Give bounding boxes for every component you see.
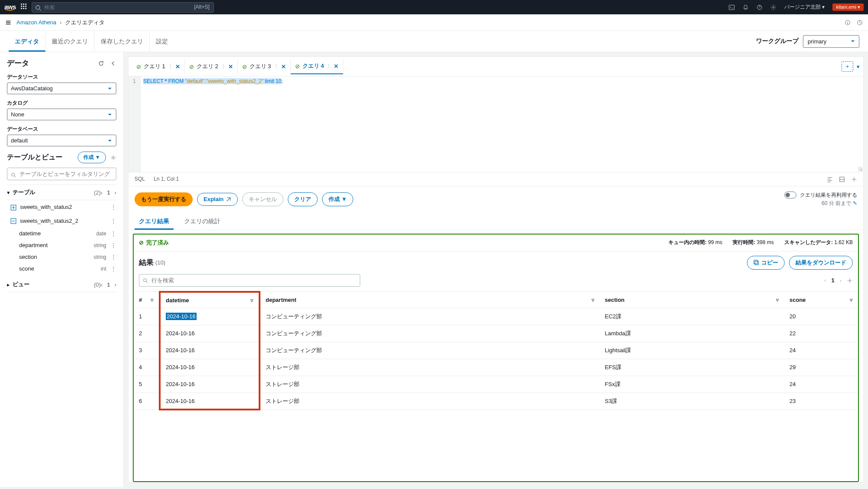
kebab-icon[interactable]: ⋮ [326, 63, 331, 69]
refresh-page-icon[interactable] [857, 19, 863, 26]
table-row[interactable]: 42024-10-16ストレージ部EFS課29 [134, 359, 858, 376]
create-table-button[interactable]: 作成 ▼ [78, 152, 106, 163]
kebab-icon[interactable]: ⋮ [111, 265, 116, 272]
kebab-icon[interactable]: ⋮ [111, 254, 116, 260]
tab-editor[interactable]: エディタ [9, 31, 46, 52]
clear-button[interactable]: クリア [288, 192, 318, 206]
cell-datetime[interactable]: 2024-10-16 [160, 342, 260, 359]
query-tab[interactable]: ⊘クエリ 2⋮✕ [185, 59, 238, 74]
prev-page-icon[interactable]: ‹ [101, 189, 102, 196]
tab-query-stats[interactable]: クエリの統計 [180, 212, 225, 230]
row-filter-input[interactable] [139, 274, 360, 287]
notifications-icon[interactable] [743, 4, 749, 11]
close-icon[interactable]: ✕ [228, 63, 233, 70]
menu-toggle-icon[interactable] [5, 19, 11, 26]
cloudshell-icon[interactable] [729, 4, 735, 11]
region-selector[interactable]: バージニア北部 ▾ [784, 3, 825, 11]
views-section-header[interactable]: ▸ ビュー (0) ‹1› [7, 277, 116, 292]
datasource-select[interactable]: AwsDataCatalog [7, 83, 116, 94]
table-row[interactable]: 32024-10-16コンピューティング部Lightsail課24 [134, 342, 858, 359]
sql-line[interactable]: SELECT * FROM "default"."sweets_with_sta… [141, 76, 286, 172]
cell-datetime[interactable]: 2024-10-16 [160, 393, 260, 410]
sort-icon[interactable]: ▿ [151, 297, 154, 303]
table-item[interactable]: sweets_with_status2_2 ⋮ [7, 214, 116, 228]
column-item[interactable]: sectionstring⋮ [7, 251, 116, 263]
sort-icon[interactable]: ▿ [850, 297, 853, 303]
column-item[interactable]: departmentstring⋮ [7, 239, 116, 251]
create-button[interactable]: 作成 ▼ [322, 192, 353, 206]
collapse-sidebar-icon[interactable] [110, 60, 116, 67]
format-icon[interactable] [827, 176, 833, 182]
tab-settings[interactable]: 設定 [150, 31, 174, 52]
edit-icon[interactable]: ✎ [853, 200, 857, 206]
col-header-index[interactable]: #▿ [134, 292, 160, 308]
database-select[interactable]: default [7, 135, 116, 146]
download-button[interactable]: 結果をダウンロード [789, 256, 853, 270]
gear-icon[interactable] [851, 176, 857, 182]
query-tab[interactable]: ⊘クエリ 3⋮✕ [238, 59, 291, 74]
settings-icon[interactable] [770, 4, 776, 11]
next-page-icon[interactable]: › [115, 281, 116, 288]
tab-recent[interactable]: 最近のクエリ [46, 31, 95, 52]
table-filter-input[interactable] [7, 168, 116, 180]
table-item[interactable]: sweets_with_status2 ⋮ [7, 200, 116, 214]
prev-page-icon[interactable]: ‹ [824, 277, 826, 284]
query-tab[interactable]: ⊘クエリ 1⋮✕ [132, 59, 185, 74]
query-tab-active[interactable]: ⊘クエリ 4⋮✕ [291, 59, 344, 74]
column-item[interactable]: datetimedate⋮ [7, 228, 116, 239]
kebab-icon[interactable]: ⋮ [221, 64, 226, 69]
explain-button[interactable]: Explain [197, 193, 238, 206]
kebab-icon[interactable]: ⋮ [111, 218, 116, 224]
copy-button[interactable]: コピー [747, 256, 785, 270]
prev-page-icon[interactable]: ‹ [101, 281, 102, 288]
global-search-input[interactable] [32, 2, 214, 13]
col-header-datetime[interactable]: datetime▿ [160, 292, 260, 308]
kebab-icon[interactable]: ⋮ [168, 64, 173, 69]
services-grid-icon[interactable] [20, 3, 27, 11]
workgroup-select[interactable]: primary [803, 35, 859, 48]
kebab-icon[interactable]: ⋮ [111, 204, 116, 210]
info-icon[interactable] [845, 19, 851, 26]
col-header-department[interactable]: department▿ [260, 292, 600, 308]
table-row[interactable]: 62024-10-16ストレージ部S3課23 [134, 393, 858, 410]
catalog-select[interactable]: None [7, 109, 116, 120]
cell-datetime[interactable]: 2024-10-16 [160, 376, 260, 393]
next-page-icon[interactable]: › [840, 277, 842, 284]
breadcrumb-service[interactable]: Amazon Athena [16, 19, 56, 26]
kebab-icon[interactable]: ⋮ [111, 230, 116, 237]
col-header-section[interactable]: section▿ [600, 292, 784, 308]
tables-section-header[interactable]: ▾ テーブル (2) ‹1› [7, 185, 116, 200]
tabs-menu-icon[interactable]: ▾ [857, 63, 860, 70]
tab-saved[interactable]: 保存したクエリ [95, 31, 150, 52]
add-tab-button[interactable]: ＋ [842, 61, 853, 72]
expand-icon[interactable]: ▸ [7, 281, 10, 288]
sql-editor[interactable]: 1 SELECT * FROM "default"."sweets_with_s… [128, 76, 863, 172]
kebab-icon[interactable]: ⋮ [274, 64, 279, 69]
sort-icon[interactable]: ▿ [776, 297, 779, 303]
user-menu[interactable]: kitani.emi ▾ [832, 3, 864, 11]
table-row[interactable]: 22024-10-16コンピューティング部Lambda課22 [134, 325, 858, 342]
cell-datetime[interactable]: 2024-10-16 [160, 325, 260, 342]
table-expand-icon[interactable] [10, 204, 16, 211]
col-header-scone[interactable]: scone▿ [784, 292, 858, 308]
next-page-icon[interactable]: › [115, 189, 116, 196]
cell-datetime[interactable]: 2024-10-16 [160, 359, 260, 376]
sort-icon[interactable]: ▿ [592, 297, 595, 303]
tab-query-results[interactable]: クエリ結果 [135, 212, 174, 230]
close-icon[interactable]: ✕ [334, 63, 339, 69]
table-row[interactable]: 52024-10-16ストレージ部FSx課24 [134, 376, 858, 393]
sort-icon[interactable]: ▿ [250, 297, 253, 304]
aws-logo[interactable]: aws [4, 3, 16, 11]
close-icon[interactable]: ✕ [281, 63, 286, 70]
table-row[interactable]: 12024-10-16コンピューティング部EC2課20 [134, 308, 858, 325]
gear-icon[interactable] [110, 154, 116, 161]
gear-icon[interactable] [847, 277, 853, 284]
refresh-icon[interactable] [98, 60, 104, 67]
reuse-toggle[interactable] [784, 192, 796, 198]
kebab-icon[interactable]: ⋮ [111, 242, 116, 248]
layout-icon[interactable] [839, 176, 845, 182]
expand-icon[interactable]: ▾ [7, 189, 10, 196]
table-collapse-icon[interactable] [10, 218, 16, 225]
cell-datetime[interactable]: 2024-10-16 [160, 308, 260, 325]
help-icon[interactable] [756, 4, 763, 11]
